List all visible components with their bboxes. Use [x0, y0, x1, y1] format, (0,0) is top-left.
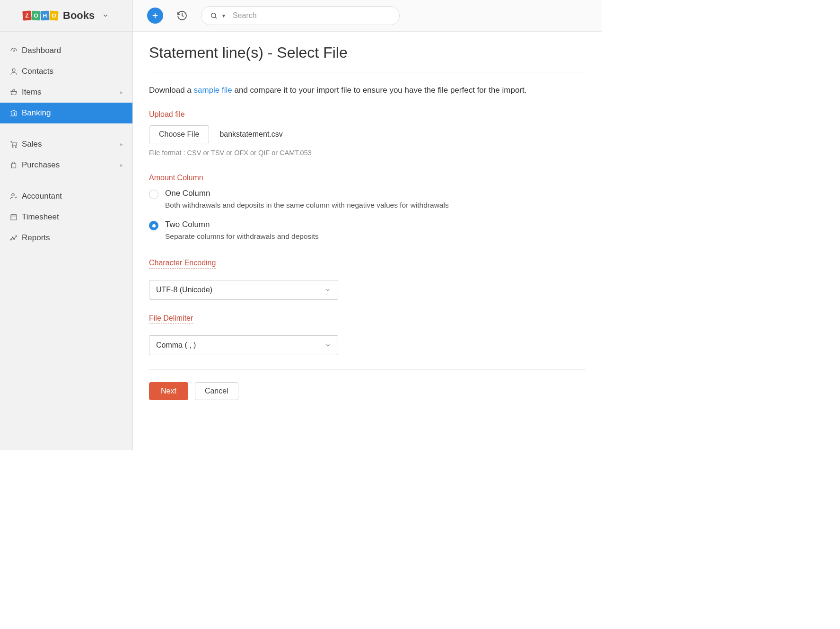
svg-point-2 — [15, 147, 16, 148]
amount-column-group: One Column Both withdrawals and deposits… — [149, 189, 586, 241]
sidebar-item-banking[interactable]: Banking — [0, 103, 132, 123]
svg-point-9 — [211, 13, 216, 17]
amount-column-label: Amount Column — [149, 174, 203, 182]
sidebar-item-sales[interactable]: Sales ▸ — [0, 134, 132, 155]
amount-option-one-column[interactable]: One Column Both withdrawals and deposits… — [149, 189, 586, 210]
chevron-right-icon: ▸ — [120, 89, 123, 96]
cart-icon — [9, 140, 22, 149]
file-delimiter-select[interactable]: Comma ( , ) — [149, 335, 338, 355]
file-format-hint: File format : CSV or TSV or OFX or QIF o… — [149, 149, 586, 157]
radio-icon — [149, 221, 158, 230]
search-input[interactable] — [233, 11, 391, 20]
chevron-down-icon — [102, 12, 109, 19]
gauge-icon — [9, 46, 22, 55]
choose-file-button[interactable]: Choose File — [149, 125, 209, 143]
history-icon[interactable] — [176, 10, 188, 21]
chevron-down-icon — [324, 287, 331, 293]
bank-icon — [9, 109, 22, 117]
sample-file-link[interactable]: sample file — [194, 86, 232, 95]
bag-icon — [9, 161, 22, 169]
select-value: UTF-8 (Unicode) — [156, 286, 212, 294]
sidebar-item-contacts[interactable]: Contacts — [0, 61, 132, 82]
chosen-filename: bankstatement.csv — [219, 130, 282, 139]
sidebar: Z O H O Books Dashboard Contacts — [0, 0, 133, 450]
option-desc: Both withdrawals and deposits in the sam… — [165, 201, 449, 210]
person-icon — [9, 67, 22, 76]
topbar: ▼ — [133, 0, 602, 32]
calendar-icon — [9, 213, 22, 221]
accountant-icon — [9, 192, 22, 201]
sidebar-item-items[interactable]: Items ▸ — [0, 82, 132, 103]
sidebar-item-label: Timesheet — [22, 212, 59, 222]
global-search[interactable]: ▼ — [201, 6, 400, 25]
character-encoding-label: Character Encoding — [149, 259, 216, 269]
search-icon — [210, 12, 218, 19]
sidebar-item-purchases[interactable]: Purchases ▸ — [0, 155, 132, 175]
amount-option-two-column[interactable]: Two Column Separate columns for withdraw… — [149, 220, 586, 241]
svg-point-3 — [12, 193, 14, 196]
svg-point-0 — [12, 69, 15, 71]
sidebar-item-label: Purchases — [22, 160, 60, 170]
sidebar-item-timesheet[interactable]: Timesheet — [0, 207, 132, 227]
zoho-logo-icon: Z O H O — [23, 11, 58, 20]
sidebar-nav: Dashboard Contacts Items ▸ Banking — [0, 32, 132, 248]
divider — [149, 72, 586, 72]
sidebar-item-label: Dashboard — [22, 46, 61, 55]
next-button[interactable]: Next — [149, 382, 188, 400]
sidebar-item-label: Reports — [22, 233, 50, 243]
option-title: One Column — [165, 189, 449, 198]
option-desc: Separate columns for withdrawals and dep… — [165, 232, 319, 241]
main: ▼ Statement line(s) - Select File Downlo… — [133, 0, 602, 450]
chart-icon — [9, 234, 22, 242]
sidebar-item-label: Accountant — [22, 192, 62, 201]
sidebar-item-label: Contacts — [22, 67, 53, 76]
sidebar-item-label: Sales — [22, 140, 42, 149]
sidebar-item-dashboard[interactable]: Dashboard — [0, 40, 132, 61]
radio-icon — [149, 190, 158, 199]
page-title: Statement line(s) - Select File — [149, 44, 586, 61]
content: Statement line(s) - Select File Download… — [133, 32, 602, 450]
file-delimiter-label: File Delimiter — [149, 314, 193, 324]
sidebar-item-label: Banking — [22, 108, 51, 118]
chevron-right-icon: ▸ — [120, 141, 123, 148]
basket-icon — [9, 88, 22, 96]
intro-text: Download a sample file and compare it to… — [149, 86, 586, 95]
divider — [149, 369, 586, 370]
brand-name: Books — [63, 9, 95, 22]
cancel-button[interactable]: Cancel — [195, 382, 238, 400]
chevron-right-icon: ▸ — [120, 162, 123, 168]
quick-create-button[interactable] — [147, 8, 163, 24]
svg-point-1 — [12, 147, 13, 148]
sidebar-item-reports[interactable]: Reports — [0, 227, 132, 248]
sidebar-item-accountant[interactable]: Accountant — [0, 186, 132, 207]
option-title: Two Column — [165, 220, 319, 229]
character-encoding-select[interactable]: UTF-8 (Unicode) — [149, 280, 338, 300]
caret-down-icon[interactable]: ▼ — [221, 13, 226, 18]
chevron-down-icon — [324, 342, 331, 349]
select-value: Comma ( , ) — [156, 341, 196, 349]
svg-rect-4 — [11, 215, 17, 220]
form-actions: Next Cancel — [149, 382, 586, 400]
brand-switcher[interactable]: Z O H O Books — [0, 0, 132, 32]
upload-file-label: Upload file — [149, 110, 185, 119]
sidebar-item-label: Items — [22, 87, 42, 97]
